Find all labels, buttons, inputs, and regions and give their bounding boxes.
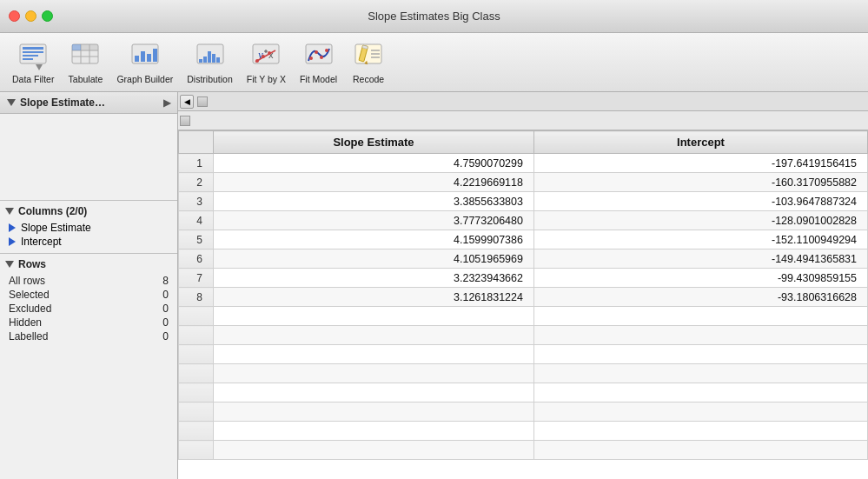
svg-rect-11 [72,44,81,50]
scroll-area [0,114,177,201]
minimize-button[interactable] [25,10,36,22]
svg-rect-1 [23,47,43,50]
toolbar-recode[interactable]: Recode [346,37,391,88]
table-row-empty [179,345,868,364]
cell-rownum: 4 [179,211,214,230]
svg-point-36 [315,50,318,54]
cell-slope: 4.1599907386 [214,230,534,249]
svg-rect-2 [23,51,43,53]
scroll-left-button[interactable]: ◀ [180,95,194,109]
svg-rect-20 [199,59,202,63]
tabulate-icon [70,41,101,72]
svg-rect-18 [153,49,157,62]
table-row-empty [179,364,868,383]
distribution-icon [195,41,226,72]
table-nav-arrow[interactable]: ▶ [163,97,170,109]
cell-intercept: -160.3170955882 [533,173,867,192]
main-layout: Slope Estimate… ▶ Columns (2/0) Slope Es… [0,92,868,479]
scroll-down-indicator[interactable] [197,96,208,107]
rows-header: Rows [5,258,172,270]
scroll-subrow [178,111,868,130]
data-filter-icon [17,41,49,72]
column-item-intercept[interactable]: Intercept [5,235,172,249]
scroll-row-indicator[interactable] [180,116,190,126]
cell-slope: 4.1051965969 [214,249,534,269]
cell-slope: 3.3855633803 [214,192,534,211]
columns-section: Columns (2/0) Slope Estimate Intercept [0,201,177,254]
stat-selected: Selected 0 [5,288,172,302]
col-header-slope[interactable]: Slope Estimate [214,131,534,154]
fit-y-by-x-icon: y x [250,41,282,72]
table-row: 73.2323943662-99.4309859155 [179,269,868,288]
col-header-intercept[interactable]: Intercept [533,131,867,154]
table-expand-icon[interactable] [7,99,16,106]
svg-rect-17 [147,54,151,62]
svg-rect-3 [23,55,38,57]
distribution-label: Distribution [187,74,233,84]
cell-rownum: 6 [179,249,214,269]
cell-slope: 4.2219669118 [214,173,534,192]
toolbar-data-filter[interactable]: Data Filter [7,37,59,88]
cell-intercept: -99.4309859155 [533,269,867,288]
scroll-header-row: ◀ [178,92,868,111]
table-row: 83.1261831224-93.1806316628 [179,288,868,307]
table-row: 64.1051965969-149.4941365831 [179,249,868,269]
fit-y-by-x-label: Fit Y by X [247,74,286,84]
left-panel: Slope Estimate… ▶ Columns (2/0) Slope Es… [0,92,178,479]
stat-all-rows: All rows 8 [5,274,172,288]
svg-rect-15 [135,56,139,62]
cell-slope: 3.2323943662 [214,269,534,288]
svg-marker-5 [36,64,43,70]
table-row-empty [179,441,868,460]
table-row-empty [179,326,868,345]
right-panel: ◀ Slope Estimate Intercept 14.7590070299… [178,92,868,479]
columns-header: Columns (2/0) [5,205,172,217]
svg-point-37 [320,56,323,59]
table-row: 33.3855633803-103.9647887324 [179,192,868,211]
cell-intercept: -197.6419156415 [533,154,867,173]
columns-expand-icon[interactable] [5,208,14,215]
rows-expand-icon[interactable] [5,261,14,268]
svg-rect-4 [23,58,33,60]
svg-rect-12 [81,44,89,50]
graph-builder-icon [129,41,161,72]
svg-point-35 [309,57,313,60]
table-row-empty [179,402,868,422]
svg-rect-21 [203,57,207,63]
toolbar-graph-builder[interactable]: Graph Builder [111,37,178,88]
toolbar-tabulate[interactable]: Tabulate [63,37,108,88]
stat-labelled: Labelled 0 [5,329,172,343]
cell-slope: 3.1261831224 [214,288,534,307]
window-controls[interactable] [9,10,53,22]
toolbar-fit-y-by-x[interactable]: y x Fit Y by X [242,37,291,88]
svg-rect-22 [208,51,211,63]
cell-intercept: -103.9647887324 [533,192,867,211]
cell-rownum: 3 [179,192,214,211]
cell-rownum: 8 [179,288,214,307]
cell-slope: 4.7590070299 [214,154,534,173]
column-item-slope[interactable]: Slope Estimate [5,221,172,235]
svg-rect-13 [89,44,98,50]
cell-rownum: 1 [179,154,214,173]
svg-point-38 [325,49,328,52]
cell-rownum: 2 [179,173,214,192]
cell-rownum: 5 [179,230,214,249]
cell-intercept: -93.1806316628 [533,288,867,307]
close-button[interactable] [9,10,20,22]
table-row: 54.1599907386-152.1100949294 [179,230,868,249]
table-row-empty [179,422,868,441]
cell-slope: 3.7773206480 [214,211,534,230]
toolbar-distribution[interactable]: Distribution [182,37,238,88]
title-bar: Slope Estimates Big Class [0,0,868,33]
rows-section: Rows All rows 8 Selected 0 Excluded 0 Hi… [0,254,177,348]
cell-rownum: 7 [179,269,214,288]
table-name-row: Slope Estimate… ▶ [0,92,177,114]
cell-intercept: -128.0901002828 [533,211,867,230]
stat-excluded: Excluded 0 [5,302,172,316]
table-row: 14.7590070299-197.6419156415 [179,154,868,173]
svg-rect-23 [212,54,215,63]
maximize-button[interactable] [42,10,53,22]
fit-model-icon [303,41,335,72]
cell-intercept: -149.4941365831 [533,249,867,269]
toolbar-fit-model[interactable]: Fit Model [295,37,342,88]
